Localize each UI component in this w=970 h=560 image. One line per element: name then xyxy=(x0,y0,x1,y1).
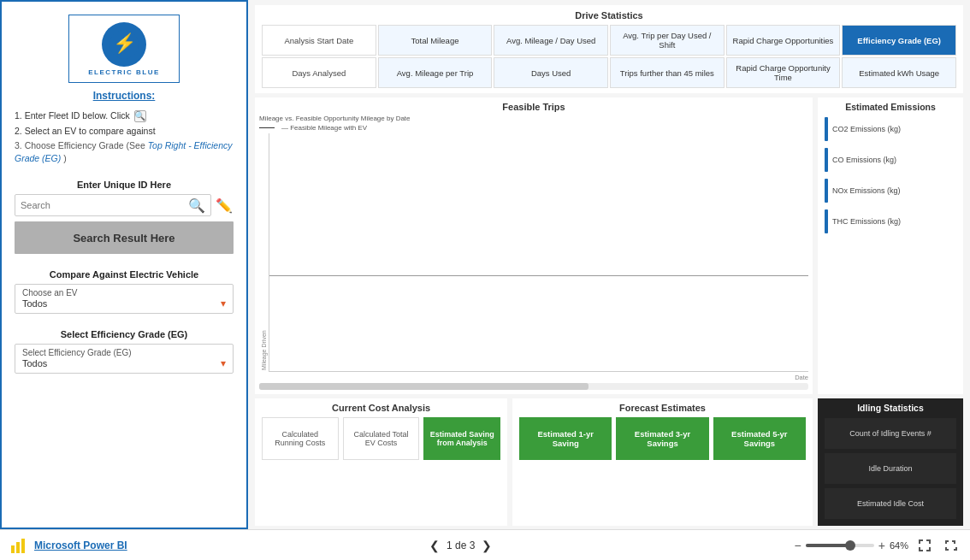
stats-cell-r1c6[interactable]: Efficiency Grade (EG) xyxy=(842,25,956,56)
chart-scrollbar[interactable] xyxy=(259,383,808,390)
emission-bar-icon xyxy=(825,117,828,141)
stats-cell-r2c6: Estimated kWh Usage xyxy=(842,57,956,88)
emission-label: CO2 Emissions (kg) xyxy=(832,125,901,133)
emission-label: NOx Emissions (kg) xyxy=(832,186,901,195)
footer-center: ❮ 1 de 3 ❯ xyxy=(429,539,492,552)
svg-rect-2 xyxy=(11,545,15,553)
search-icon[interactable]: 🔍 xyxy=(188,196,205,215)
stats-cell-r1c2: Total Mileage xyxy=(378,25,493,56)
instructions-list: 1. Enter Fleet ID below. Click 🔍 2. Sele… xyxy=(15,109,234,166)
idling-item-2: Idle Duration xyxy=(825,453,956,484)
eg-dropdown[interactable]: Select Efficiency Grade (EG) Todos ▾ xyxy=(15,344,234,374)
forecast-card-1: Estimated 1-yr Saving xyxy=(519,417,612,460)
forecast-panel: Forecast Estimates Estimated 1-yr Saving… xyxy=(512,398,813,526)
feasible-trips-panel: Feasible Trips Mileage vs. Feasible Oppo… xyxy=(255,97,813,394)
feasible-trips-title: Feasible Trips xyxy=(259,102,808,112)
stats-cell-r2c4: Trips further than 45 miles xyxy=(610,57,725,88)
emission-item: CO2 Emissions (kg) xyxy=(825,117,956,141)
chart-area: Mileage vs. Feasible Opportunity Mileage… xyxy=(259,115,808,390)
emissions-list: CO2 Emissions (kg)CO Emissions (kg)NOx E… xyxy=(825,117,956,240)
next-page-button[interactable]: ❯ xyxy=(482,539,492,552)
y-axis-label: Mileage Driven xyxy=(259,133,269,372)
step2-text: 2. Select an EV to compare against xyxy=(15,124,234,139)
stats-cell-r2c1: Days Analysed xyxy=(262,57,376,88)
stats-grid: Analysis Start Date Total Mileage Avg. M… xyxy=(262,25,956,88)
middle-row: Feasible Trips Mileage vs. Feasible Oppo… xyxy=(255,97,963,394)
stats-cell-r2c3: Days Used xyxy=(494,57,608,88)
fullscreen-button[interactable] xyxy=(941,536,960,555)
main-panel: Drive Statistics Analysis Start Date Tot… xyxy=(248,0,970,529)
idling-stats-panel: Idling Statistics Count of Idling Events… xyxy=(818,398,963,526)
stats-cell-r1c3: Avg. Mileage / Day Used xyxy=(494,25,608,56)
cost-card-1: Calculated Running Costs xyxy=(262,417,339,460)
emissions-title: Estimated Emissions xyxy=(825,102,956,112)
logo-icon: ⚡ xyxy=(102,22,146,67)
emission-item: CO Emissions (kg) xyxy=(825,148,956,172)
forecast-cards: Estimated 1-yr Saving Estimated 3-yr Sav… xyxy=(519,417,806,460)
drive-stats-title: Drive Statistics xyxy=(262,10,956,21)
stats-cell-r1c5: Rapid Charge Opportunities xyxy=(726,25,841,56)
eg-dropdown-label: Select Efficiency Grade (EG) xyxy=(22,348,226,357)
footer-left: Microsoft Power BI xyxy=(10,536,127,555)
chart-scrollbar-thumb xyxy=(259,383,589,390)
eg-dropdown-value: Todos xyxy=(22,358,47,368)
search-input[interactable] xyxy=(21,200,188,210)
search-result-button[interactable]: Search Result Here xyxy=(15,221,234,254)
edit-icon[interactable]: ✏️ xyxy=(215,196,234,215)
forecast-card-3: Estimated 5-yr Savings xyxy=(713,417,806,460)
svg-rect-8 xyxy=(929,539,931,544)
svg-rect-12 xyxy=(929,547,931,551)
instructions-link[interactable]: Instructions: xyxy=(93,90,156,102)
svg-rect-10 xyxy=(919,547,920,551)
stats-cell-r2c2: Avg. Mileage per Trip xyxy=(378,57,493,88)
eg-dropdown-value-row: Todos ▾ xyxy=(22,357,226,369)
step2: 2. Select an EV to compare against xyxy=(15,124,234,139)
forecast-title: Forecast Estimates xyxy=(519,403,806,413)
chart-legend: Mileage vs. Feasible Opportunity Mileage… xyxy=(259,115,808,122)
cost-analysis-title: Current Cost Analysis xyxy=(262,403,500,413)
idling-title: Idling Statistics xyxy=(825,403,956,413)
compare-section: Compare Against Electric Vehicle Choose … xyxy=(15,262,234,317)
eg-label: Select Efficiency Grade (EG) xyxy=(15,329,234,339)
ev-dropdown-arrow: ▾ xyxy=(221,298,226,309)
compare-label: Compare Against Electric Vehicle xyxy=(15,269,234,280)
logo-container: ⚡ ELECTRIC BLUE xyxy=(68,15,180,83)
fit-to-screen-button[interactable] xyxy=(915,536,934,555)
zoom-minus-button[interactable]: − xyxy=(795,539,801,552)
logo-text: ELECTRIC BLUE xyxy=(88,68,160,76)
x-axis-label: Date xyxy=(259,374,808,381)
emission-bar-icon xyxy=(825,209,828,233)
cost-analysis-panel: Current Cost Analysis Calculated Running… xyxy=(255,398,507,526)
chart-legend-line: — Feasible Mileage with EV xyxy=(259,124,808,132)
search-box[interactable]: 🔍 xyxy=(15,194,211,216)
footer-right: − + 64% xyxy=(795,536,960,555)
legend-line-icon xyxy=(259,127,275,129)
prev-page-button[interactable]: ❮ xyxy=(429,539,440,552)
svg-rect-4 xyxy=(21,539,25,553)
drive-stats-section: Drive Statistics Analysis Start Date Tot… xyxy=(255,5,963,93)
zoom-slider-fill xyxy=(806,544,847,547)
eg-dropdown-arrow: ▾ xyxy=(221,357,226,369)
stats-cell-r1c1: Analysis Start Date xyxy=(262,25,376,56)
step3: 3. Choose Efficiency Grade (See Top Righ… xyxy=(15,139,234,167)
zoom-control: − + 64% xyxy=(795,539,908,552)
emission-item: NOx Emissions (kg) xyxy=(825,179,956,203)
ev-dropdown-value-row: Todos ▾ xyxy=(22,298,226,309)
cost-card-3: Estimated Saving from Analysis xyxy=(423,417,500,460)
chart-body: Mileage Driven 0 0 0 xyxy=(259,133,808,372)
bottom-row: Current Cost Analysis Calculated Running… xyxy=(255,398,963,526)
emission-bar-icon xyxy=(825,148,828,172)
chart-inner: 0 0 0 16 ottobre17 ottobre18 ottobre19 o… xyxy=(269,133,808,372)
idling-item-3: Estimated Idle Cost xyxy=(825,488,956,519)
zoom-slider-thumb xyxy=(845,540,855,551)
chart-flat-line xyxy=(269,275,808,276)
choose-ev-label: Choose an EV xyxy=(22,288,226,298)
sidebar: ⚡ ELECTRIC BLUE Instructions: 1. Enter F… xyxy=(0,0,248,529)
eg-section: Select Efficiency Grade (EG) Select Effi… xyxy=(15,322,234,377)
emission-label: CO Emissions (kg) xyxy=(832,156,896,164)
powerbi-link[interactable]: Microsoft Power BI xyxy=(34,539,127,551)
ev-dropdown[interactable]: Choose an EV Todos ▾ xyxy=(15,284,234,314)
zoom-plus-button[interactable]: + xyxy=(878,539,885,552)
svg-rect-3 xyxy=(16,542,20,553)
zoom-slider-track[interactable] xyxy=(806,544,874,547)
